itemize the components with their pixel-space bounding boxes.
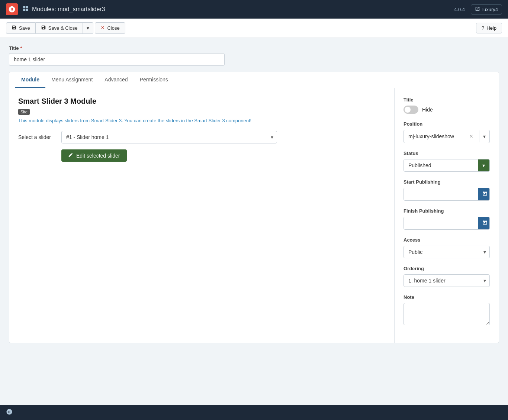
slider-select-wrapper: #1 - Slider home 1 ▾	[61, 131, 277, 143]
navbar: Modules: mod_smartslider3 4.0.4 luxury4	[0, 0, 508, 19]
status-label: Status	[403, 151, 490, 156]
tab-module[interactable]: Module	[15, 72, 45, 88]
save-button[interactable]: Save	[6, 22, 36, 34]
tab-main-content: Smart Slider 3 Module Site This module d…	[9, 88, 395, 343]
calendar-icon	[482, 191, 488, 197]
status-wrapper: Published ▾	[403, 159, 490, 172]
save-icon	[12, 25, 17, 31]
site-badge: Site	[18, 109, 30, 115]
start-publishing-calendar-button[interactable]	[478, 188, 490, 200]
module-description: This module displays sliders from Smart …	[18, 118, 385, 123]
note-field: Note	[403, 294, 490, 326]
status-dropdown-button[interactable]: ▾	[478, 159, 489, 171]
status-value: Published	[404, 159, 478, 171]
finish-publishing-input[interactable]	[404, 217, 478, 229]
help-button[interactable]: ? Help	[476, 23, 502, 33]
joomla-version: 4.0.4	[454, 7, 465, 12]
edit-slider-label: Edit selected slider	[76, 153, 120, 159]
site-button-label: luxury4	[482, 7, 498, 12]
toolbar: Save Save & Close ▾ Close ? Help	[0, 19, 508, 38]
slider-select[interactable]: #1 - Slider home 1	[61, 131, 277, 143]
access-select[interactable]: Public Registered Special Super Users Gu…	[403, 246, 490, 258]
start-publishing-wrapper	[403, 188, 490, 201]
save-close-label: Save & Close	[48, 25, 78, 31]
svg-rect-0	[23, 6, 25, 8]
content-area: Title * Module Menu Assignment Advanced …	[0, 38, 508, 419]
tab-content: Smart Slider 3 Module Site This module d…	[9, 88, 499, 343]
save-dropdown-button[interactable]: ▾	[83, 22, 93, 34]
title-label: Title *	[9, 45, 499, 51]
navbar-right: 4.0.4 luxury4	[454, 4, 502, 14]
position-clear-button[interactable]: ×	[470, 133, 473, 140]
start-publishing-field: Start Publishing	[403, 179, 490, 201]
note-label: Note	[403, 294, 490, 300]
chevron-down-icon: ▾	[482, 162, 485, 168]
position-label: Position	[403, 121, 490, 127]
save-label: Save	[19, 25, 30, 31]
title-toggle[interactable]	[403, 106, 418, 114]
position-dropdown-button[interactable]: ▾	[479, 130, 489, 142]
tab-sidebar: Title Hide Position mj-luxury-slideshow	[395, 88, 499, 343]
page-title: Modules: mod_smartslider3	[22, 5, 105, 13]
bottom-bar	[0, 405, 508, 419]
select-slider-label: Select a slider	[18, 134, 55, 140]
help-label: Help	[486, 25, 496, 31]
svg-rect-3	[26, 9, 28, 11]
help-icon: ?	[482, 25, 484, 31]
select-slider-row: Select a slider #1 - Slider home 1 ▾	[18, 131, 385, 143]
access-field: Access Public Registered Special Super U…	[403, 237, 490, 258]
start-publishing-label: Start Publishing	[403, 179, 490, 185]
ordering-field: Ordering 1. home 1 slider ▾	[403, 266, 490, 287]
position-value: mj-luxury-slideshow ×	[404, 130, 479, 143]
joomla-logo[interactable]	[6, 3, 18, 15]
edit-slider-icon	[68, 152, 73, 159]
status-field: Status Published ▾	[403, 151, 490, 172]
save-group: Save Save & Close ▾	[6, 22, 93, 34]
external-link-icon	[475, 6, 480, 13]
close-button[interactable]: Close	[95, 22, 125, 34]
close-icon	[100, 25, 105, 31]
position-wrapper: mj-luxury-slideshow × ▾	[403, 130, 490, 143]
chevron-down-icon: ▾	[87, 25, 89, 31]
finish-publishing-label: Finish Publishing	[403, 208, 490, 214]
ordering-select-wrapper: 1. home 1 slider ▾	[403, 274, 490, 287]
navbar-left: Modules: mod_smartslider3	[6, 3, 105, 15]
tab-menu-assignment[interactable]: Menu Assignment	[45, 72, 99, 88]
title-toggle-field: Title Hide	[403, 97, 490, 114]
module-icon	[22, 5, 29, 13]
chevron-down-icon: ▾	[483, 133, 486, 139]
finish-publishing-wrapper	[403, 217, 490, 230]
svg-rect-1	[26, 6, 28, 8]
tab-advanced[interactable]: Advanced	[99, 72, 134, 88]
joomla-footer-icon	[6, 408, 13, 417]
tabs-container: Module Menu Assignment Advanced Permissi…	[9, 72, 499, 343]
save-close-icon	[41, 25, 46, 31]
module-heading: Smart Slider 3 Module	[18, 97, 385, 106]
required-marker: *	[20, 45, 22, 51]
svg-rect-2	[23, 9, 25, 11]
note-textarea[interactable]	[403, 303, 490, 325]
toolbar-buttons: Save Save & Close ▾ Close	[6, 22, 125, 34]
finish-publishing-calendar-button[interactable]	[478, 217, 490, 229]
start-publishing-input[interactable]	[404, 188, 478, 200]
site-button[interactable]: luxury4	[471, 4, 502, 14]
access-label: Access	[403, 237, 490, 243]
toggle-knob	[405, 107, 411, 113]
tab-permissions[interactable]: Permissions	[134, 72, 174, 88]
calendar-icon	[482, 220, 488, 226]
access-select-wrapper: Public Registered Special Super Users Gu…	[403, 246, 490, 258]
tabs-nav: Module Menu Assignment Advanced Permissi…	[9, 72, 499, 88]
title-toggle-row: Hide	[403, 106, 490, 114]
title-input[interactable]	[9, 53, 225, 66]
save-close-button[interactable]: Save & Close	[36, 22, 83, 34]
position-field: Position mj-luxury-slideshow × ▾	[403, 121, 490, 143]
title-field-label: Title	[403, 97, 490, 103]
hide-label: Hide	[422, 107, 433, 113]
finish-publishing-field: Finish Publishing	[403, 208, 490, 230]
ordering-select[interactable]: 1. home 1 slider	[403, 274, 490, 287]
ordering-label: Ordering	[403, 266, 490, 271]
title-field-group: Title *	[9, 45, 499, 66]
edit-selected-slider-button[interactable]: Edit selected slider	[61, 149, 127, 162]
close-label: Close	[107, 25, 119, 31]
